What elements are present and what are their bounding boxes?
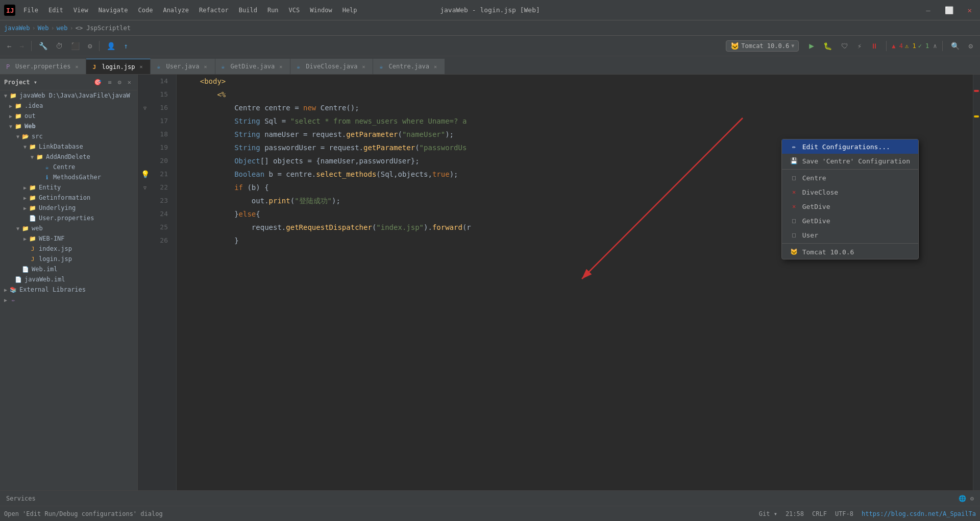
menu-item-run[interactable]: Run (263, 5, 283, 16)
menu-item-build[interactable]: Build (235, 5, 261, 16)
menu-item-navigate[interactable]: Navigate (94, 5, 132, 16)
services-globe-button[interactable]: 🌐 (959, 495, 966, 502)
tab-close-button[interactable]: ✕ (74, 63, 80, 70)
recent-files-button[interactable]: ⏱ (53, 40, 66, 52)
dropdown-item-edit-configs[interactable]: ✏ Edit Configurations... (782, 139, 918, 154)
tree-item-web-iml[interactable]: 📄 Web.iml (0, 264, 137, 274)
dropdown-item-save-centre[interactable]: 💾 Save 'Centre' Configuration (782, 154, 918, 168)
locate-button[interactable]: 🎯 (92, 78, 104, 87)
dropdown-item-label: Save 'Centre' Configuration (802, 157, 910, 165)
dropdown-item-user[interactable]: □ User (782, 228, 918, 242)
status-link[interactable]: https://blog.csdn.net/A_SpailTa (862, 510, 976, 517)
warning-count[interactable]: ⚠ 1 (905, 42, 916, 50)
tree-item-web-module[interactable]: ▼ 📁 Web (0, 121, 137, 131)
tree-item-underlying[interactable]: ▶ 📁 Underlying (0, 203, 137, 213)
nav-javaweb[interactable]: javaWeb (4, 25, 30, 32)
profile-button[interactable]: ⚡ (854, 40, 865, 52)
services-label[interactable]: Services (6, 495, 36, 502)
nav-web[interactable]: Web (38, 25, 49, 32)
tab-diveclose-java[interactable]: ☕ DiveClose.java ✕ (290, 59, 373, 74)
tab-user-properties[interactable]: P User.properties ✕ (0, 59, 86, 74)
tab-login-jsp[interactable]: J login.jsp ✕ (86, 59, 151, 74)
nav-jspscriptlet[interactable]: <> JspScriptlet (76, 25, 131, 32)
tab-close-button[interactable]: ✕ (360, 63, 366, 70)
terminal-button[interactable]: ⬛ (68, 40, 83, 52)
code-editor[interactable]: <body> <% Centre centre = new Centre(); … (177, 75, 973, 490)
minimize-button[interactable]: — (922, 4, 934, 16)
code-container[interactable]: ▽ 💡 ▽ 14 15 16 17 18 (138, 75, 980, 490)
dropdown-item-getdive-2[interactable]: □ GetDive (782, 214, 918, 228)
debug-button[interactable]: 🐛 (820, 40, 835, 52)
fold-arrow[interactable]: ▽ (143, 105, 146, 111)
user-button[interactable]: 👤 (104, 40, 118, 52)
menu-item-help[interactable]: Help (338, 5, 361, 16)
tree-item-external-libs[interactable]: ▶ 📚 External Libraries (0, 285, 137, 295)
maximize-button[interactable]: ⬜ (941, 4, 958, 16)
tomcat-icon: 🐱 (730, 42, 739, 50)
tree-item-idea[interactable]: ▶ 📁 .idea (0, 101, 137, 111)
dropdown-item-tomcat[interactable]: 🐱 Tomcat 10.0.6 (782, 245, 918, 259)
ok-count[interactable]: ✓ 1 (918, 42, 929, 50)
tabs-bar: P User.properties ✕ J login.jsp ✕ ☕ User… (0, 56, 980, 75)
dropdown-item-diveclose[interactable]: ✕ DiveClose (782, 185, 918, 199)
tree-item-web[interactable]: ▼ 📁 web (0, 223, 137, 233)
run-config-selector[interactable]: 🐱 Tomcat 10.0.6 ▼ (726, 40, 799, 52)
status-crlf[interactable]: CRLF (812, 510, 827, 517)
tree-item-login-jsp[interactable]: J login.jsp (0, 254, 137, 264)
tab-close-button[interactable]: ✕ (432, 63, 438, 70)
project-structure-button[interactable]: 🔧 (36, 40, 51, 52)
back-button[interactable]: ← (4, 40, 14, 52)
menu-item-edit[interactable]: Edit (44, 5, 67, 16)
tab-centre-java[interactable]: ☕ Centre.java ✕ (373, 59, 445, 74)
menu-item-vcs[interactable]: VCS (285, 5, 304, 16)
fold-arrow[interactable]: ▽ (143, 185, 146, 191)
tab-getdive-java[interactable]: ☕ GetDive.java ✕ (215, 59, 291, 74)
expand-errors[interactable]: ∧ (933, 42, 937, 50)
run-button[interactable]: ▶ (806, 39, 817, 53)
tree-item-methodsgather[interactable]: ℹ MethodsGather (0, 172, 137, 182)
tab-user-java[interactable]: ☕ User.java ✕ (151, 59, 215, 74)
edit-configs-icon: ✏ (790, 143, 798, 151)
tab-close-button[interactable]: ✕ (203, 63, 209, 70)
tree-settings-button[interactable]: ⚙ (116, 78, 124, 87)
bulb-indicator[interactable]: 💡 (138, 168, 152, 181)
close-sidebar-button[interactable]: ✕ (126, 78, 133, 87)
nav-web2[interactable]: web (57, 25, 68, 32)
tree-item-scratches[interactable]: ▶ ✏ (0, 295, 137, 305)
error-count[interactable]: ▲ 4 (892, 42, 903, 50)
coverage-button[interactable]: 🛡 (838, 40, 851, 52)
tree-item-addanddelete[interactable]: ▼ 📁 AddAndDelete (0, 152, 137, 162)
tab-close-button[interactable]: ✕ (138, 63, 144, 70)
services-settings-button[interactable]: ⚙ (970, 495, 974, 502)
menu-item-window[interactable]: Window (306, 5, 336, 16)
menu-item-analyze[interactable]: Analyze (159, 5, 193, 16)
settings-button[interactable]: ⚙ (85, 40, 95, 52)
tree-item-javaweb[interactable]: ▼ 📁 javaWeb D:\Java\JavaFile\javaW (0, 90, 137, 101)
tree-item-out[interactable]: ▶ 📁 out (0, 111, 137, 121)
vcs-button[interactable]: ↑ (120, 40, 131, 52)
forward-button[interactable]: → (16, 40, 27, 52)
tab-close-button[interactable]: ✕ (278, 63, 284, 70)
menu-item-code[interactable]: Code (134, 5, 157, 16)
dropdown-item-centre[interactable]: □ Centre (782, 171, 918, 185)
tree-item-centre[interactable]: ☕ Centre (0, 162, 137, 172)
menu-item-refactor[interactable]: Refactor (195, 5, 233, 16)
tree-item-user-props[interactable]: 📄 User.properties (0, 213, 137, 223)
tree-item-javaweb-iml[interactable]: 📄 javaWeb.iml (0, 274, 137, 285)
collapse-all-button[interactable]: ≡ (106, 78, 113, 87)
search-everywhere-button[interactable]: 🔍 (948, 40, 963, 52)
toolbar-separator-2 (99, 41, 100, 51)
tree-item-webinf[interactable]: ▶ 📁 WEB-INF (0, 233, 137, 244)
tree-item-getinformation[interactable]: ▶ 📁 Getinformation (0, 193, 137, 203)
git-branch[interactable]: Git ▾ (759, 510, 777, 517)
tree-item-src[interactable]: ▼ 📂 src (0, 131, 137, 141)
tree-item-index-jsp[interactable]: J index.jsp (0, 244, 137, 254)
tree-item-linkdatabase[interactable]: ▼ 📁 LinkDatabase (0, 141, 137, 152)
close-button[interactable]: ✕ (964, 4, 976, 16)
tree-item-entity[interactable]: ▶ 📁 Entity (0, 182, 137, 193)
dropdown-item-getdive-1[interactable]: ✕ GetDive (782, 199, 918, 214)
stop-button[interactable]: ⏸ (868, 40, 881, 52)
menu-item-view[interactable]: View (69, 5, 92, 16)
ide-settings-button[interactable]: ⚙ (966, 40, 976, 52)
menu-item-file[interactable]: File (19, 5, 42, 16)
